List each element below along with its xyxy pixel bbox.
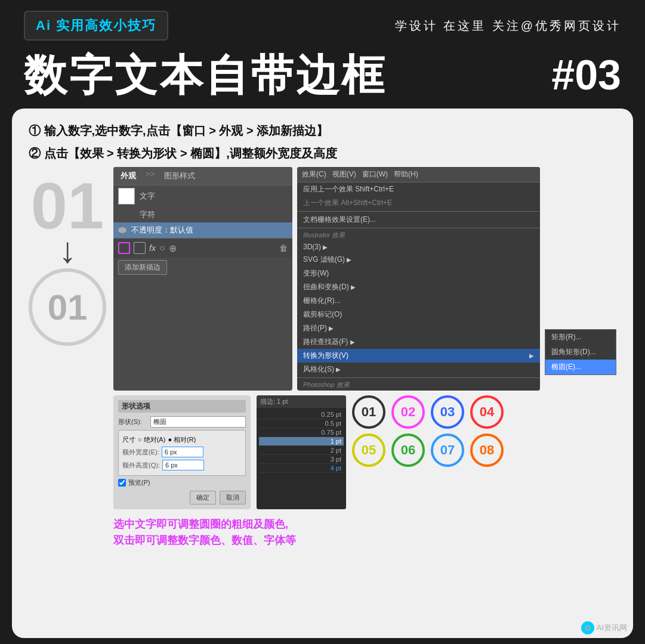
menubar-effects[interactable]: 效果(C): [302, 169, 326, 179]
large-circle-container: 01: [29, 268, 106, 346]
dialog-radio1[interactable]: ○ 绝对(A): [138, 435, 165, 444]
preview-panel: 描边: 1 pt 0.25 pt 0.5 pt 0.75 pt 1 pt 2 p…: [257, 395, 346, 509]
preview-stroke-label: 描边: 1 pt: [260, 397, 288, 406]
header-brand-text: Ai 实用高效小技巧: [36, 18, 156, 33]
bottom-text: 选中文字即可调整圆圈的粗细及颜色, 双击即可调整数字颜色、数值、字体等: [113, 514, 616, 549]
title-number: #03: [551, 51, 621, 99]
ai-row-text: 文字: [113, 185, 292, 207]
shape-submenu: 矩形(R)... 圆角矩形(D)... 椭圆(E)...: [545, 329, 616, 375]
preview-item-6[interactable]: 3 pt: [259, 455, 344, 464]
effects-warp[interactable]: 变形(W): [297, 267, 540, 280]
ai-bottom-toolbar: fx ○ ⊕ 🗑: [113, 238, 292, 258]
brand-rest: 实用高效小技巧: [51, 18, 156, 33]
badge-07: 07: [431, 434, 464, 467]
effects-section-ai: Illustrator 效果: [297, 230, 540, 241]
dialog-shape-dropdown[interactable]: 椭圆: [150, 416, 246, 428]
effects-pathfinder[interactable]: 路径查找器(F) ▶: [297, 335, 540, 349]
preview-item-7[interactable]: 4 pt: [259, 464, 344, 473]
header: Ai 实用高效小技巧 学设计 在这里 关注@优秀网页设计: [0, 0, 645, 47]
ai-tab-graphic-style[interactable]: 图形样式: [162, 169, 197, 182]
dialog-extra-height-input[interactable]: [162, 460, 204, 470]
content-area: ① 输入数字,选中数字,点击【窗口 > 外观 > 添加新描边】 ② 点击【效果 …: [12, 109, 633, 638]
bottom-text-line1: 选中文字即可调整圆圈的粗细及颜色,: [113, 516, 616, 532]
title-row: 数字文本自带边框 #03: [0, 47, 645, 109]
dialog-extra-width-label: 额外宽度(E):: [122, 448, 159, 457]
page-title: 数字文本自带边框: [24, 54, 387, 97]
toolbar-fx-icon[interactable]: fx: [149, 243, 156, 253]
ai-add-stroke-btn[interactable]: 添加新描边: [118, 260, 167, 275]
dialog-extra-width-input[interactable]: [162, 447, 203, 457]
ai-row-label-char: 字符: [140, 209, 155, 220]
preview-content: 0.25 pt 0.5 pt 0.75 pt 1 pt 2 pt 3 pt 4 …: [257, 408, 346, 509]
badge-04: 04: [470, 395, 504, 429]
effects-path[interactable]: 路径(P) ▶: [297, 321, 540, 335]
toolbar-circle-icon: ○: [159, 243, 165, 253]
demo-number-top: 01: [31, 173, 104, 239]
dialog-shape-label: 形状(S):: [118, 417, 148, 426]
effects-stylize[interactable]: 风格化(S) ▶: [297, 363, 540, 376]
effects-crop-marks[interactable]: 裁剪标记(O): [297, 308, 540, 321]
ai-highlighted-row: 不透明度：默认值: [113, 222, 292, 238]
effects-rasterize[interactable]: 栅格化(R)...: [297, 294, 540, 308]
badge-08: 08: [470, 434, 504, 467]
arrow-right-icon: ▶: [529, 352, 534, 359]
effects-distort[interactable]: 扭曲和变换(D) ▶: [297, 280, 540, 294]
effects-apply-last[interactable]: 应用上一个效果 Shift+Ctrl+E: [297, 182, 540, 196]
effects-convert-shape[interactable]: 转换为形状(V) ▶: [297, 349, 540, 363]
main-container: Ai 实用高效小技巧 学设计 在这里 关注@优秀网页设计 数字文本自带边框 #0…: [0, 0, 645, 644]
menubar-help[interactable]: 帮助(H): [394, 169, 418, 179]
preview-item-1[interactable]: 0.25 pt: [259, 410, 344, 419]
effects-svg[interactable]: SVG 滤镜(G) ▶: [297, 253, 540, 267]
left-column: 01 ↓ 01: [29, 167, 106, 630]
preview-item-2[interactable]: 0.5 pt: [259, 419, 344, 428]
dialog-preview-label: 预览(P): [128, 478, 150, 487]
preview-panel-header: 描边: 1 pt: [257, 395, 346, 408]
ai-tab-appearance[interactable]: 外观: [118, 169, 138, 182]
submenu-rect[interactable]: 矩形(R)...: [545, 330, 616, 345]
effects-menu: 效果(C) 视图(V) 窗口(W) 帮助(H) 应用上一个效果 Shift+Ct…: [297, 167, 540, 391]
effects-3d[interactable]: 3D(3) ▶: [297, 241, 540, 253]
shape-dialog: 形状选项 形状(S): 椭圆 尺寸 ○ 绝对(A) ● 相对(R): [113, 395, 251, 509]
badge-02: 02: [391, 395, 425, 429]
screenshots-bottom: 形状选项 形状(S): 椭圆 尺寸 ○ 绝对(A) ● 相对(R): [113, 395, 616, 509]
effects-section-ps: Photoshop 效果: [297, 379, 540, 391]
effects-doc-raster[interactable]: 文档栅格效果设置(E)...: [297, 213, 540, 227]
effects-sep1: [297, 211, 540, 212]
dialog-title: 形状选项: [118, 400, 246, 413]
toolbar-trash-icon[interactable]: 🗑: [279, 243, 288, 253]
dialog-cancel-btn[interactable]: 取消: [220, 491, 246, 504]
circle-badges-container: 01 02 03 04 05 06 07 08: [352, 395, 616, 509]
dialog-extra-height-label: 额外高度(Q):: [122, 461, 160, 470]
dialog-preview-checkbox[interactable]: [118, 479, 126, 487]
badge-03: 03: [431, 395, 464, 429]
badge-row-1: 01 02 03 04: [352, 395, 616, 429]
ai-row-label-text: 文字: [140, 191, 155, 202]
ai-appearance-panel: 外观 >> 图形样式 文字 字符 不透明度：: [113, 167, 292, 391]
bottom-text-line2: 双击即可调整数字颜色、数值、字体等: [113, 532, 616, 549]
effects-last-effect: 上一个效果 Alt+Shift+Ctrl+E: [297, 196, 540, 210]
toolbar-icon2[interactable]: [134, 242, 146, 254]
dialog-buttons: 确定 取消: [118, 491, 246, 504]
preview-item-3[interactable]: 0.75 pt: [259, 428, 344, 437]
badge-01: 01: [352, 395, 385, 429]
preview-item-4[interactable]: 1 pt: [259, 437, 344, 446]
submenu-rounded-rect[interactable]: 圆角矩形(D)...: [545, 345, 616, 360]
dialog-size-section: 尺寸 ○ 绝对(A) ● 相对(R) 额外宽度(E): 额外高度(Q):: [118, 430, 246, 476]
dialog-radio2[interactable]: ● 相对(R): [168, 435, 196, 444]
dialog-size-label: 尺寸: [122, 435, 135, 444]
menubar-window[interactable]: 窗口(W): [362, 169, 388, 179]
watermark-text: AI资讯网: [597, 623, 627, 633]
step2-text: ② 点击【效果 > 转换为形状 > 椭圆】,调整额外宽度及高度: [29, 144, 616, 162]
dialog-preview-row: 预览(P): [118, 478, 246, 487]
menubar-view[interactable]: 视图(V): [332, 169, 356, 179]
ai-tab-separator: >>: [146, 169, 155, 182]
submenu-ellipse[interactable]: 椭圆(E)...: [545, 360, 616, 374]
dialog-ok-btn[interactable]: 确定: [190, 491, 216, 504]
header-brand-box: Ai 实用高效小技巧: [24, 11, 168, 41]
ai-panel-header: 外观 >> 图形样式: [113, 167, 292, 185]
step1-text: ① 输入数字,选中数字,点击【窗口 > 外观 > 添加新描边】: [29, 122, 616, 140]
toolbar-rect-icon[interactable]: [118, 242, 130, 254]
preview-item-5[interactable]: 2 pt: [259, 446, 344, 455]
dialog-shape-row: 形状(S): 椭圆: [118, 416, 246, 428]
dialog-extra-width-row: 额外宽度(E):: [122, 447, 242, 457]
